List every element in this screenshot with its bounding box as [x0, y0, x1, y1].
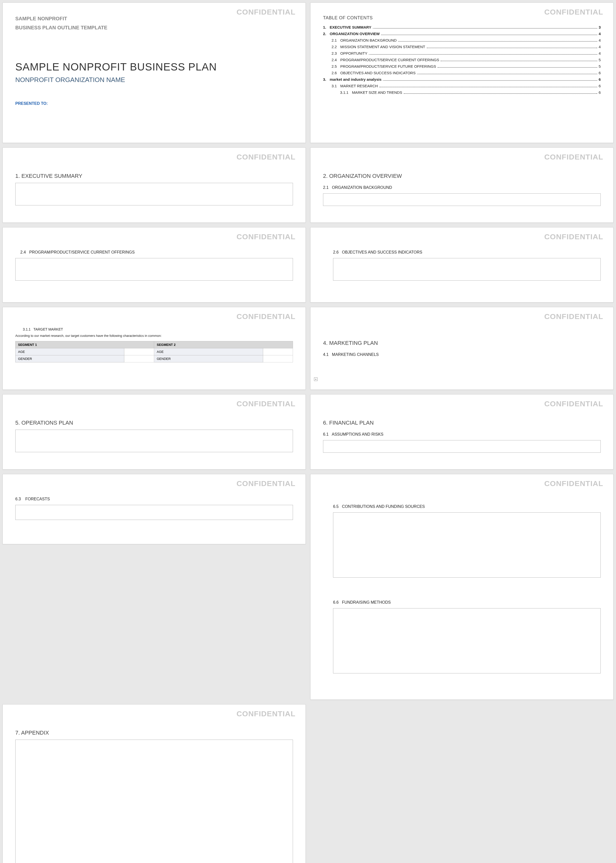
segment-table: SEGMENT 1 SEGMENT 2 AGE AGE GENDER GENDE… [15, 341, 293, 362]
heading-num: 4.1 [323, 353, 328, 357]
page-current-offerings: CONFIDENTIAL 2.4 PROGRAM/PRODUCT/SERVICE… [3, 227, 306, 302]
input-contributions[interactable] [333, 512, 601, 578]
expand-icon[interactable]: + [314, 378, 317, 381]
toc-num: 1. [323, 25, 326, 29]
watermark: CONFIDENTIAL [237, 400, 295, 408]
input-current-offerings[interactable] [15, 258, 293, 280]
toc-leader [373, 28, 597, 28]
toc-entry[interactable]: 2.1ORGANIZATION BACKGROUND4 [323, 38, 601, 43]
heading-text: TARGET MARKET [34, 327, 63, 331]
toc-num: 2.3 [332, 51, 337, 55]
toc-leader [417, 74, 597, 74]
page-org-overview: CONFIDENTIAL 2. ORGANIZATION OVERVIEW 2.… [310, 148, 613, 223]
heading-num: 2.6 [333, 250, 339, 254]
toc-entry[interactable]: 3.1MARKET RESEARCH6 [323, 84, 601, 88]
toc-num: 2.1 [332, 38, 337, 43]
toc-text: MISSION STATEMENT AND VISION STATEMENT [340, 45, 425, 49]
heading-text: ASSUMPTIONS AND RISKS [332, 432, 383, 436]
toc-leader [381, 35, 597, 35]
toc-num: 2.2 [332, 45, 337, 49]
input-assumptions-risks[interactable] [323, 440, 601, 453]
input-objectives[interactable] [333, 258, 601, 280]
heading-financial-plan: 6. FINANCIAL PLAN [323, 420, 601, 426]
watermark: CONFIDENTIAL [544, 233, 603, 241]
toc-num: 2.6 [332, 71, 337, 75]
toc-text: OBJECTIVES AND SUCCESS INDICATORS [340, 71, 415, 75]
heading-text: OBJECTIVES AND SUCCESS INDICATORS [342, 250, 422, 254]
page-target-market: CONFIDENTIAL 3.1.1 TARGET MARKET Accordi… [3, 307, 306, 390]
page-appendix: CONFIDENTIAL 7. APPENDIX [3, 704, 306, 863]
toc-page: 4 [599, 45, 601, 49]
toc-leader [398, 41, 597, 42]
toc-page: 5 [599, 58, 601, 62]
heading-num: 2.4 [20, 250, 26, 254]
watermark: CONFIDENTIAL [237, 8, 295, 16]
page-funding: CONFIDENTIAL 6.5 CONTRIBUTIONS AND FUNDI… [310, 474, 613, 700]
toc-entry[interactable]: 2.5PROGRAM/PRODUCT/SERVICE FUTURE OFFERI… [323, 64, 601, 69]
toc-entry[interactable]: 2.ORGANIZATION OVERVIEW4 [323, 31, 601, 36]
watermark: CONFIDENTIAL [237, 233, 295, 241]
heading-num: 6.1 [323, 432, 328, 436]
toc-entry[interactable]: 2.3OPPORTUNITY4 [323, 51, 601, 56]
toc-text: EXECUTIVE SUMMARY [330, 25, 371, 29]
page-cover: CONFIDENTIAL SAMPLE NONPROFIT BUSINESS P… [3, 3, 306, 143]
toc-text: MARKET SIZE AND TRENDS [352, 90, 402, 94]
input-org-background[interactable] [323, 194, 601, 206]
page-forecasts: CONFIDENTIAL 6.3 FORECASTS [3, 474, 306, 544]
heading-marketing-plan: 4. MARKETING PLAN [323, 340, 601, 346]
heading-text: CONTRIBUTIONS AND FUNDING SOURCES [342, 504, 425, 509]
heading-marketing-channels: 4.1 MARKETING CHANNELS [323, 353, 601, 357]
toc-page: 5 [599, 64, 601, 68]
toc-leader [441, 61, 597, 61]
toc-text: market and industry analysis [330, 77, 382, 82]
segment2-gender-value[interactable] [263, 355, 293, 362]
toc-leader [427, 48, 597, 48]
heading-org-overview: 2. ORGANIZATION OVERVIEW [323, 173, 601, 180]
input-exec-summary[interactable] [15, 183, 293, 205]
heading-current-offerings: 2.4 PROGRAM/PRODUCT/SERVICE CURRENT OFFE… [15, 250, 293, 255]
heading-num: 2.1 [323, 185, 328, 190]
segment1-age-value[interactable] [124, 348, 154, 355]
segment1-gender-value[interactable] [124, 355, 154, 362]
page-financial-plan: CONFIDENTIAL 6. FINANCIAL PLAN 6.1 ASSUM… [310, 394, 613, 469]
watermark: CONFIDENTIAL [544, 479, 603, 488]
toc-text: ORGANIZATION OVERVIEW [330, 31, 380, 36]
input-forecasts[interactable] [15, 505, 293, 520]
toc-num: 3.1.1 [340, 90, 348, 94]
input-operations-plan[interactable] [15, 430, 293, 452]
toc-page: 6 [599, 71, 601, 75]
toc-entry[interactable]: 2.4PROGRAM/PRODUCT/SERVICE CURRENT OFFER… [323, 58, 601, 62]
input-fundraising[interactable] [333, 608, 601, 673]
page-objectives: CONFIDENTIAL 2.6 OBJECTIVES AND SUCCESS … [310, 227, 613, 302]
page-marketing-plan: CONFIDENTIAL 4. MARKETING PLAN 4.1 MARKE… [310, 307, 613, 390]
toc-entry[interactable]: 2.6OBJECTIVES AND SUCCESS INDICATORS6 [323, 71, 601, 75]
toc-page: 3 [599, 25, 601, 29]
segment1-age-label: AGE [16, 348, 124, 355]
watermark: CONFIDENTIAL [544, 400, 603, 408]
target-market-note: According to our market research, our ta… [15, 334, 293, 338]
cover-subtitle: NONPROFIT ORGANIZATION NAME [15, 76, 293, 84]
segment2-age-value[interactable] [263, 348, 293, 355]
heading-num: 6.3 [15, 497, 21, 501]
heading-text: FORECASTS [25, 497, 50, 501]
heading-exec-summary: 1. EXECUTIVE SUMMARY [15, 173, 293, 180]
segment2-gender-label: GENDER [154, 355, 263, 362]
toc-num: 2. [323, 31, 326, 36]
heading-org-background: 2.1 ORGANIZATION BACKGROUND [323, 185, 601, 190]
toc-num: 2.5 [332, 64, 337, 68]
toc-entry[interactable]: 3.market and industry analysis6 [323, 77, 601, 82]
watermark: CONFIDENTIAL [237, 153, 295, 161]
toc-num: 2.4 [332, 58, 337, 62]
presented-to-label: PRESENTED TO: [15, 101, 293, 106]
heading-fundraising: 6.6 FUNDRAISING METHODS [323, 600, 601, 605]
watermark: CONFIDENTIAL [237, 312, 295, 321]
input-appendix[interactable] [15, 740, 293, 863]
toc-entry[interactable]: 1.EXECUTIVE SUMMARY3 [323, 25, 601, 30]
segment1-gender-label: GENDER [16, 355, 124, 362]
toc-entry[interactable]: 2.2MISSION STATEMENT AND VISION STATEMEN… [323, 45, 601, 49]
toc-text: OPPORTUNITY [340, 51, 368, 55]
toc-entry[interactable]: 3.1.1MARKET SIZE AND TRENDS6 [323, 90, 601, 95]
toc-leader [383, 80, 597, 81]
toc-num: 3.1 [332, 84, 337, 88]
heading-forecasts: 6.3 FORECASTS [15, 497, 293, 501]
